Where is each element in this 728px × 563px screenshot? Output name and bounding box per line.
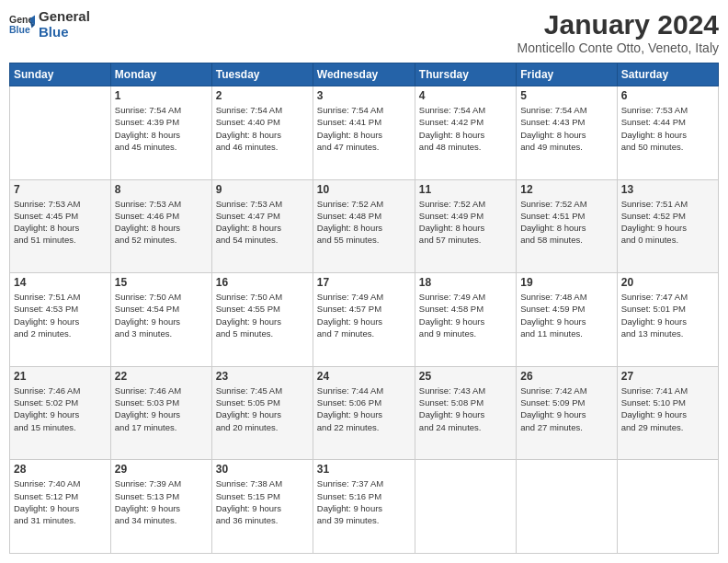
day-info: Sunrise: 7:53 AMSunset: 4:45 PMDaylight:… [14, 198, 107, 247]
calendar-cell [617, 460, 718, 554]
page-subtitle: Monticello Conte Otto, Veneto, Italy [518, 40, 719, 55]
calendar-cell: 31Sunrise: 7:37 AMSunset: 5:16 PMDayligh… [313, 460, 415, 554]
calendar-cell: 29Sunrise: 7:39 AMSunset: 5:13 PMDayligh… [110, 460, 211, 554]
calendar-header-row: SundayMondayTuesdayWednesdayThursdayFrid… [10, 63, 719, 86]
day-number: 2 [216, 89, 309, 102]
day-info: Sunrise: 7:54 AMSunset: 4:42 PMDaylight:… [419, 104, 512, 153]
day-number: 29 [115, 463, 208, 476]
day-number: 4 [419, 89, 512, 102]
day-number: 25 [419, 370, 512, 383]
day-info: Sunrise: 7:49 AMSunset: 4:58 PMDaylight:… [419, 291, 512, 339]
day-info: Sunrise: 7:51 AMSunset: 4:53 PMDaylight:… [14, 291, 107, 339]
day-number: 17 [317, 276, 411, 289]
day-number: 16 [216, 276, 309, 289]
calendar-cell: 2Sunrise: 7:54 AMSunset: 4:40 PMDaylight… [211, 86, 313, 180]
calendar-cell: 21Sunrise: 7:46 AMSunset: 5:02 PMDayligh… [10, 366, 111, 460]
logo: General Blue General Blue [9, 9, 90, 40]
header-day-friday: Friday [517, 63, 617, 86]
calendar-week-5: 28Sunrise: 7:40 AMSunset: 5:12 PMDayligh… [10, 460, 719, 554]
logo-text-line1: General [39, 9, 90, 25]
day-number: 18 [419, 276, 512, 289]
day-number: 13 [621, 183, 714, 196]
day-info: Sunrise: 7:48 AMSunset: 4:59 PMDaylight:… [520, 291, 612, 339]
day-info: Sunrise: 7:46 AMSunset: 5:02 PMDaylight:… [14, 385, 107, 433]
day-number: 23 [216, 370, 309, 383]
day-info: Sunrise: 7:41 AMSunset: 5:10 PMDaylight:… [621, 385, 714, 433]
day-info: Sunrise: 7:54 AMSunset: 4:40 PMDaylight:… [216, 104, 309, 153]
header-day-thursday: Thursday [415, 63, 516, 86]
day-number: 20 [621, 276, 714, 289]
calendar-week-4: 21Sunrise: 7:46 AMSunset: 5:02 PMDayligh… [10, 366, 719, 460]
calendar-cell: 10Sunrise: 7:52 AMSunset: 4:48 PMDayligh… [313, 179, 415, 273]
header-day-wednesday: Wednesday [313, 63, 415, 86]
calendar-week-1: 1Sunrise: 7:54 AMSunset: 4:39 PMDaylight… [10, 86, 719, 180]
day-number: 28 [14, 463, 107, 476]
page-title: January 2024 [518, 9, 719, 40]
day-number: 7 [14, 183, 107, 196]
day-number: 9 [216, 183, 309, 196]
day-info: Sunrise: 7:37 AMSunset: 5:16 PMDaylight:… [317, 477, 411, 526]
day-number: 5 [520, 89, 612, 102]
calendar-week-3: 14Sunrise: 7:51 AMSunset: 4:53 PMDayligh… [10, 273, 719, 367]
day-number: 26 [520, 370, 612, 383]
calendar-cell: 20Sunrise: 7:47 AMSunset: 5:01 PMDayligh… [617, 273, 718, 367]
calendar-cell: 13Sunrise: 7:51 AMSunset: 4:52 PMDayligh… [617, 179, 718, 273]
day-info: Sunrise: 7:50 AMSunset: 4:55 PMDaylight:… [216, 291, 309, 339]
calendar-cell: 1Sunrise: 7:54 AMSunset: 4:39 PMDaylight… [110, 86, 211, 180]
day-info: Sunrise: 7:52 AMSunset: 4:49 PMDaylight:… [419, 198, 512, 247]
day-info: Sunrise: 7:42 AMSunset: 5:09 PMDaylight:… [520, 385, 612, 433]
day-info: Sunrise: 7:52 AMSunset: 4:51 PMDaylight:… [520, 198, 612, 247]
calendar-cell: 22Sunrise: 7:46 AMSunset: 5:03 PMDayligh… [110, 366, 211, 460]
calendar-cell: 11Sunrise: 7:52 AMSunset: 4:49 PMDayligh… [415, 179, 516, 273]
calendar-cell: 23Sunrise: 7:45 AMSunset: 5:05 PMDayligh… [211, 366, 313, 460]
day-number: 6 [621, 89, 714, 102]
calendar-cell: 16Sunrise: 7:50 AMSunset: 4:55 PMDayligh… [211, 273, 313, 367]
day-number: 19 [520, 276, 612, 289]
day-info: Sunrise: 7:53 AMSunset: 4:44 PMDaylight:… [621, 104, 714, 153]
logo-text-line2: Blue [39, 25, 90, 40]
day-number: 8 [115, 183, 208, 196]
calendar-cell [10, 86, 111, 180]
svg-text:Blue: Blue [9, 23, 30, 34]
calendar-cell: 6Sunrise: 7:53 AMSunset: 4:44 PMDaylight… [617, 86, 718, 180]
day-number: 21 [14, 370, 107, 383]
header-day-monday: Monday [110, 63, 211, 86]
day-info: Sunrise: 7:49 AMSunset: 4:57 PMDaylight:… [317, 291, 411, 339]
calendar-cell: 19Sunrise: 7:48 AMSunset: 4:59 PMDayligh… [517, 273, 617, 367]
calendar-cell [517, 460, 617, 554]
logo-icon: General Blue [9, 12, 35, 38]
title-block: January 2024 Monticello Conte Otto, Vene… [518, 9, 719, 55]
calendar-cell: 25Sunrise: 7:43 AMSunset: 5:08 PMDayligh… [415, 366, 516, 460]
calendar-table: SundayMondayTuesdayWednesdayThursdayFrid… [9, 63, 719, 554]
day-info: Sunrise: 7:44 AMSunset: 5:06 PMDaylight:… [317, 385, 411, 433]
day-info: Sunrise: 7:54 AMSunset: 4:39 PMDaylight:… [115, 104, 208, 153]
calendar-cell: 17Sunrise: 7:49 AMSunset: 4:57 PMDayligh… [313, 273, 415, 367]
day-info: Sunrise: 7:53 AMSunset: 4:46 PMDaylight:… [115, 198, 208, 247]
day-info: Sunrise: 7:39 AMSunset: 5:13 PMDaylight:… [115, 477, 208, 526]
calendar-cell: 5Sunrise: 7:54 AMSunset: 4:43 PMDaylight… [517, 86, 617, 180]
day-number: 10 [317, 183, 411, 196]
calendar-cell: 18Sunrise: 7:49 AMSunset: 4:58 PMDayligh… [415, 273, 516, 367]
calendar-cell: 14Sunrise: 7:51 AMSunset: 4:53 PMDayligh… [10, 273, 111, 367]
day-number: 1 [115, 89, 208, 102]
calendar-body: 1Sunrise: 7:54 AMSunset: 4:39 PMDaylight… [10, 86, 719, 554]
day-number: 15 [115, 276, 208, 289]
calendar-cell: 26Sunrise: 7:42 AMSunset: 5:09 PMDayligh… [517, 366, 617, 460]
calendar-week-2: 7Sunrise: 7:53 AMSunset: 4:45 PMDaylight… [10, 179, 719, 273]
calendar-cell: 15Sunrise: 7:50 AMSunset: 4:54 PMDayligh… [110, 273, 211, 367]
day-number: 31 [317, 463, 411, 476]
calendar-cell: 28Sunrise: 7:40 AMSunset: 5:12 PMDayligh… [10, 460, 111, 554]
day-info: Sunrise: 7:47 AMSunset: 5:01 PMDaylight:… [621, 291, 714, 339]
day-info: Sunrise: 7:43 AMSunset: 5:08 PMDaylight:… [419, 385, 512, 433]
day-info: Sunrise: 7:54 AMSunset: 4:43 PMDaylight:… [520, 104, 612, 153]
day-number: 14 [14, 276, 107, 289]
day-info: Sunrise: 7:54 AMSunset: 4:41 PMDaylight:… [317, 104, 411, 153]
day-number: 12 [520, 183, 612, 196]
day-info: Sunrise: 7:52 AMSunset: 4:48 PMDaylight:… [317, 198, 411, 247]
day-number: 22 [115, 370, 208, 383]
day-info: Sunrise: 7:51 AMSunset: 4:52 PMDaylight:… [621, 198, 714, 247]
day-info: Sunrise: 7:50 AMSunset: 4:54 PMDaylight:… [115, 291, 208, 339]
day-number: 3 [317, 89, 411, 102]
day-number: 11 [419, 183, 512, 196]
calendar-cell: 24Sunrise: 7:44 AMSunset: 5:06 PMDayligh… [313, 366, 415, 460]
